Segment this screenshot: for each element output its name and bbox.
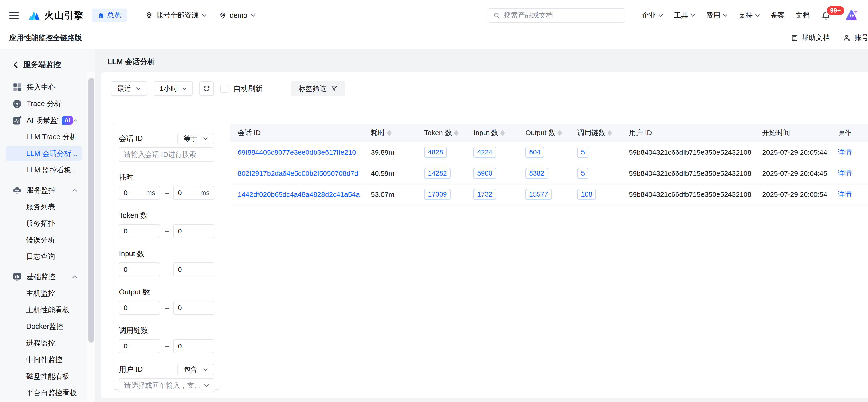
ai-assistant-avatar[interactable] (844, 9, 859, 22)
filter-panel: 会话 ID 等于 请输入会话 ID进行搜索 耗时 0ms – (113, 124, 220, 390)
duration-cell: 53.07m (371, 190, 394, 198)
output-count-badge[interactable]: 15577 (525, 189, 552, 200)
sidebar-item-docker-monitoring[interactable]: Docker监控 (6, 319, 82, 334)
hamburger-menu-icon[interactable] (9, 12, 19, 19)
sidebar-item-error-analysis[interactable]: 错误分析 (6, 233, 82, 248)
sort-icon[interactable] (454, 130, 458, 136)
time-mode-label: 最近 (117, 84, 131, 93)
time-range-dropdown[interactable]: 1小时 (154, 81, 193, 96)
menu-billing[interactable]: 费用 (706, 10, 728, 20)
sort-icon[interactable] (558, 130, 562, 136)
sidebar-item-llm-trace-analysis[interactable]: LLM Trace 分析 (6, 129, 82, 145)
sidebar-item-trace-analysis[interactable]: Trace 分析 (6, 96, 82, 111)
logo-text: 火山引擎 (44, 9, 84, 22)
traces-count-badge[interactable]: 5 (577, 147, 588, 158)
output-max-input[interactable]: 0 (173, 301, 214, 315)
user-id-placeholder: 请选择或回车输入，支... (124, 381, 200, 390)
menu-enterprise[interactable]: 企业 (642, 10, 663, 20)
session-id-label: 会话 ID (119, 134, 143, 144)
token-count-badge[interactable]: 14282 (424, 168, 451, 179)
sidebar-item-access-center[interactable]: 接入中心 (6, 80, 82, 95)
region-dropdown[interactable]: demo (219, 11, 256, 20)
menu-icp-filing[interactable]: 备案 (771, 10, 785, 20)
session-id-link[interactable]: 69f884405c8077e3ee0db3e617ffe210 (238, 148, 356, 156)
refresh-button[interactable] (199, 81, 214, 96)
traces-count-badge[interactable]: 108 (577, 189, 596, 200)
session-id-link[interactable]: 1442df020b65dc4a48a4828d2c41a54a (238, 190, 360, 198)
input-min-input[interactable]: 0 (119, 262, 160, 277)
sidebar-item-host-performance-dashboard[interactable]: 主机性能看板 (6, 303, 82, 317)
volcengine-logo[interactable]: 火山引擎 (28, 9, 84, 22)
input-count-badge[interactable]: 5900 (473, 168, 496, 179)
help-docs-link[interactable]: 帮助文档 (791, 33, 830, 42)
notification-bell[interactable]: 99+ (821, 10, 831, 21)
sidebar-item-disk-performance-dashboard[interactable]: 磁盘性能看板 (6, 369, 82, 384)
tag-filter-button[interactable]: 标签筛选 (291, 81, 345, 96)
menu-docs[interactable]: 文档 (796, 10, 810, 20)
time-mode-dropdown[interactable]: 最近 (111, 81, 147, 96)
range-dash: – (160, 227, 173, 235)
duration-min-input[interactable]: 0ms (119, 186, 160, 200)
sort-icon[interactable] (608, 130, 612, 136)
filter-token-count: Token 数 0 – 0 (119, 211, 214, 238)
sidebar-item-llm-session-analysis[interactable]: LLM 会话分析 ... (6, 146, 82, 161)
sidebar-item-service-topology[interactable]: 服务拓扑 (6, 216, 82, 231)
sidebar-scrollbar-thumb[interactable] (88, 78, 94, 343)
row-detail-link[interactable]: 详情 (838, 148, 851, 156)
sidebar-item-llm-dashboard[interactable]: LLM 监控看板 ... (6, 163, 82, 178)
row-detail-link[interactable]: 详情 (838, 169, 851, 177)
ai-feature-badge: AI (62, 116, 73, 125)
output-count-badge[interactable]: 604 (525, 147, 544, 158)
trace-count-min-input[interactable]: 0 (119, 339, 160, 353)
sort-icon[interactable] (387, 130, 392, 136)
column-header-duration[interactable]: 耗时 (371, 128, 424, 138)
user-gear-icon (843, 34, 851, 42)
menu-tools[interactable]: 工具 (674, 10, 695, 20)
sidebar-item-service-monitoring[interactable]: 服务监控 (6, 183, 82, 198)
traces-count-badge[interactable]: 5 (577, 168, 588, 179)
column-header-token[interactable]: Token 数 (424, 128, 473, 138)
global-search-input[interactable]: 搜索产品或文档 (488, 8, 625, 23)
row-detail-link[interactable]: 详情 (838, 190, 851, 198)
sidebar-item-label: 进程监控 (26, 338, 55, 348)
token-count-badge[interactable]: 17309 (424, 189, 451, 200)
token-max-input[interactable]: 0 (173, 224, 214, 238)
input-max-input[interactable]: 0 (173, 262, 214, 277)
column-header-input[interactable]: Input 数 (473, 128, 525, 138)
auto-refresh-toggle[interactable]: 自动刷新 (220, 84, 262, 93)
duration-max-input[interactable]: 0ms (173, 186, 214, 200)
sidebar-item-service-list[interactable]: 服务列表 (6, 199, 82, 214)
overview-button[interactable]: 总览 (92, 9, 127, 22)
sidebar-item-process-monitoring[interactable]: 进程监控 (6, 336, 82, 350)
trace-count-max-input[interactable]: 0 (173, 339, 214, 353)
input-count-badge[interactable]: 4224 (473, 147, 496, 158)
column-header-traces[interactable]: 调用链数 (577, 128, 629, 138)
output-count-badge[interactable]: 8382 (525, 168, 548, 179)
session-id-link[interactable]: 802f2917b2da64e5c00b2f5050708d7d (238, 169, 358, 177)
sidebar-item-ai-scenario-monitoring[interactable]: AI 场景监控AI (6, 113, 82, 128)
token-min-input[interactable]: 0 (119, 224, 160, 238)
sidebar-back-header[interactable]: 服务端监控 (0, 49, 95, 70)
sidebar-item-host-monitoring[interactable]: 主机监控 (6, 286, 82, 301)
column-header-action: 操作 (838, 128, 868, 138)
input-count-badge[interactable]: 1732 (473, 189, 496, 200)
sidebar-item-log-query[interactable]: 日志查询 (6, 249, 82, 264)
sort-icon[interactable] (500, 130, 504, 136)
account-resources-dropdown[interactable]: 账号全部资源 (145, 10, 207, 20)
sidebar-item-middleware-monitoring[interactable]: 中间件监控 (6, 352, 82, 367)
user-id-select-input[interactable]: 请选择或回车输入，支... (119, 378, 214, 393)
auto-refresh-checkbox[interactable] (220, 85, 228, 93)
output-min-input[interactable]: 0 (119, 301, 160, 315)
sidebar-item-label: 磁盘性能看板 (26, 371, 70, 381)
user-id-operator-select[interactable]: 包含 (177, 364, 214, 375)
column-header-output[interactable]: Output 数 (525, 128, 577, 138)
session-id-input[interactable]: 请输入会话 ID进行搜索 (119, 148, 214, 161)
sidebar-item-platform-self-monitoring-dashboard[interactable]: 平台自监控看板 (6, 385, 82, 400)
user_id-cell: 59b8404321c66dfb715e350e52432108 (629, 148, 751, 156)
menu-support[interactable]: 支持 (739, 10, 760, 20)
sidebar-item-infra-monitoring[interactable]: 基础监控 (6, 269, 82, 284)
account-permission-link[interactable]: 账号权限 (843, 33, 868, 42)
session-id-operator-select[interactable]: 等于 (177, 133, 214, 144)
trace-count-label: 调用链数 (119, 326, 148, 335)
token-count-badge[interactable]: 4828 (424, 147, 447, 158)
